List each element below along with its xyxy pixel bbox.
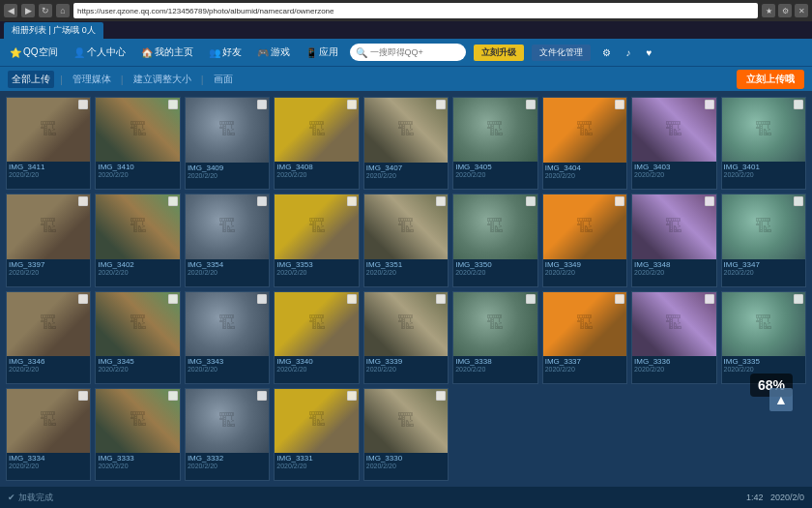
- photo-item[interactable]: 🏗 IMG_3350 2020/2/20: [452, 194, 537, 286]
- photo-checkbox[interactable]: [436, 391, 446, 401]
- photo-checkbox[interactable]: [347, 391, 357, 401]
- photo-item[interactable]: 🏗 IMG_3408 2020/2/20: [274, 97, 359, 190]
- photo-checkbox[interactable]: [257, 294, 267, 304]
- photo-item[interactable]: 🏗 IMG_3338 2020/2/20: [452, 291, 537, 384]
- homepage-btn[interactable]: 🏠 我的主页: [137, 44, 197, 61]
- game-btn[interactable]: 🎮 游戏: [253, 44, 294, 61]
- photo-checkbox[interactable]: [78, 196, 88, 206]
- photo-item[interactable]: 🏗 IMG_3345 2020/2/20: [95, 291, 180, 384]
- create-resize-btn[interactable]: 建立调整大小: [130, 71, 195, 88]
- photo-item[interactable]: 🏗 IMG_3402 2020/2/20: [95, 194, 180, 286]
- photo-item[interactable]: 🏗 IMG_3401 2020/2/20: [721, 97, 806, 190]
- photo-item[interactable]: 🏗 IMG_3403 2020/2/20: [631, 97, 716, 190]
- photo-checkbox[interactable]: [615, 196, 624, 206]
- scroll-up-button[interactable]: ▲: [769, 388, 793, 411]
- back-button[interactable]: ◀: [4, 4, 17, 17]
- search-input[interactable]: [370, 47, 438, 57]
- manage-media-btn[interactable]: 管理媒体: [69, 71, 115, 88]
- photo-item[interactable]: 🏗 IMG_3332 2020/2/20: [185, 388, 270, 481]
- photo-checkbox[interactable]: [347, 294, 357, 304]
- upgrade-btn[interactable]: 立刻升级: [474, 45, 524, 61]
- photo-checkbox[interactable]: [257, 196, 267, 206]
- photo-item[interactable]: 🏗 IMG_3409 2020/2/20: [185, 97, 270, 190]
- photo-item[interactable]: 🏗 IMG_3331 2020/2/20: [274, 388, 359, 481]
- photo-item[interactable]: 🏗 IMG_3336 2020/2/20: [631, 291, 716, 384]
- photo-item[interactable]: 🏗 IMG_3349 2020/2/20: [542, 194, 627, 286]
- photo-checkbox[interactable]: [78, 294, 88, 304]
- photo-checkbox[interactable]: [436, 100, 446, 109]
- share-label: 画面: [214, 73, 233, 86]
- browser-star-icon[interactable]: ★: [762, 4, 775, 17]
- photo-name: IMG_3333: [98, 454, 177, 463]
- photo-item[interactable]: 🏗 IMG_3407 2020/2/20: [363, 97, 449, 190]
- photo-checkbox[interactable]: [168, 294, 178, 304]
- photo-checkbox[interactable]: [526, 100, 536, 109]
- photo-checkbox[interactable]: [794, 100, 803, 109]
- qq-space-btn[interactable]: ⭐ QQ空间: [6, 44, 62, 61]
- home-button[interactable]: ⌂: [56, 4, 70, 17]
- music-icon-btn[interactable]: ♪: [623, 45, 635, 60]
- photo-item[interactable]: 🏗 IMG_3333 2020/2/20: [95, 388, 180, 481]
- photo-item[interactable]: 🏗 IMG_3334 2020/2/20: [6, 388, 91, 481]
- manage-btn[interactable]: 文件化管理: [532, 45, 591, 61]
- photo-checkbox[interactable]: [78, 391, 88, 401]
- photo-checkbox[interactable]: [526, 294, 536, 304]
- friend-btn[interactable]: 👥 好友: [205, 44, 246, 61]
- photo-name: IMG_3410: [98, 163, 177, 171]
- photo-item[interactable]: 🏗 IMG_3346 2020/2/20: [6, 291, 91, 384]
- photo-checkbox[interactable]: [705, 100, 714, 109]
- refresh-button[interactable]: ↻: [39, 4, 52, 17]
- photo-item[interactable]: 🏗 IMG_3340 2020/2/20: [274, 291, 359, 384]
- photo-checkbox[interactable]: [168, 196, 178, 206]
- photo-checkbox[interactable]: [168, 100, 178, 109]
- photo-item[interactable]: 🏗 IMG_3343 2020/2/20: [185, 291, 270, 384]
- photo-date: 2020/2/20: [545, 172, 624, 179]
- photo-checkbox[interactable]: [794, 196, 803, 206]
- settings-icon-btn[interactable]: ⚙: [598, 45, 615, 60]
- heart-icon-btn[interactable]: ♥: [643, 45, 656, 60]
- photo-item[interactable]: 🏗 IMG_3404 2020/2/20: [542, 97, 627, 190]
- photo-item[interactable]: 🏗 IMG_3397 2020/2/20: [6, 194, 91, 286]
- photo-info: IMG_3409 2020/2/20: [186, 163, 269, 180]
- photo-checkbox[interactable]: [436, 294, 446, 304]
- photo-checkbox[interactable]: [615, 294, 624, 304]
- photo-item[interactable]: 🏗 IMG_3347 2020/2/20: [721, 194, 806, 286]
- photo-item[interactable]: 🏗 IMG_3411 2020/2/20: [6, 97, 91, 190]
- photo-checkbox[interactable]: [347, 196, 357, 206]
- upgrade-label: 立刻升级: [481, 47, 516, 57]
- forward-button[interactable]: ▶: [21, 4, 35, 17]
- photo-checkbox[interactable]: [526, 196, 536, 206]
- personal-center-btn[interactable]: 👤 个人中心: [70, 44, 130, 61]
- photo-checkbox[interactable]: [257, 391, 267, 401]
- tab-album[interactable]: 相册列表 | 广场哦 0人: [4, 22, 103, 39]
- search-box[interactable]: 🔍: [350, 44, 466, 61]
- all-upload-btn[interactable]: 全部上传: [8, 71, 54, 88]
- browser-close-icon[interactable]: ✕: [795, 4, 808, 17]
- photo-checkbox[interactable]: [436, 196, 446, 206]
- photo-item[interactable]: 🏗 IMG_3410 2020/2/20: [95, 97, 180, 190]
- photo-checkbox[interactable]: [794, 294, 803, 304]
- photo-checkbox[interactable]: [705, 294, 714, 304]
- photo-checkbox[interactable]: [168, 391, 178, 401]
- photo-checkbox[interactable]: [615, 100, 624, 109]
- browser-tools-icon[interactable]: ⚙: [778, 4, 792, 17]
- share-btn[interactable]: 画面: [210, 71, 237, 88]
- photo-item[interactable]: 🏗 IMG_3405 2020/2/20: [452, 97, 537, 190]
- photo-item[interactable]: 🏗 IMG_3339 2020/2/20: [363, 291, 449, 384]
- tab-bar: 相册列表 | 广场哦 0人: [0, 21, 812, 39]
- photo-item[interactable]: 🏗 IMG_3330 2020/2/20: [363, 388, 449, 481]
- photo-info: IMG_3349 2020/2/20: [543, 259, 626, 277]
- photo-item[interactable]: 🏗 IMG_3335 2020/2/20: [721, 291, 806, 384]
- photo-item[interactable]: 🏗 IMG_3353 2020/2/20: [274, 194, 359, 286]
- photo-item[interactable]: 🏗 IMG_3348 2020/2/20: [631, 194, 716, 286]
- photo-checkbox[interactable]: [78, 100, 88, 109]
- photo-item[interactable]: 🏗 IMG_3337 2020/2/20: [542, 291, 627, 384]
- photo-item[interactable]: 🏗 IMG_3354 2020/2/20: [185, 194, 270, 286]
- photo-checkbox[interactable]: [705, 196, 714, 206]
- upload-main-button[interactable]: 立刻上传哦: [737, 70, 804, 89]
- photo-checkbox[interactable]: [257, 100, 267, 109]
- address-bar[interactable]: https://user.qzone.qq.com/123456789/phot…: [73, 3, 758, 18]
- photo-checkbox[interactable]: [347, 100, 357, 109]
- photo-item[interactable]: 🏗 IMG_3351 2020/2/20: [363, 194, 449, 286]
- app-btn[interactable]: 📱 应用: [302, 44, 342, 61]
